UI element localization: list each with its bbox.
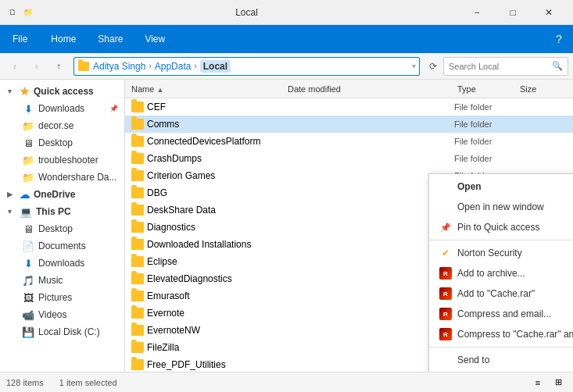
table-row[interactable]: ConnectedDevicesPlatformFile folder bbox=[125, 133, 573, 150]
grid-view-button[interactable]: ⊞ bbox=[550, 376, 567, 390]
pin-icon: 📌 bbox=[109, 105, 118, 112]
sidebar-item-label: Local Disk (C:) bbox=[38, 326, 100, 337]
file-name: CEF bbox=[147, 102, 288, 112]
table-row[interactable]: CEFFile folder bbox=[125, 98, 573, 116]
ctx-send-to[interactable]: Send to › bbox=[429, 350, 573, 370]
sidebar-item-videos[interactable]: 📹 Videos bbox=[0, 306, 124, 323]
sidebar-onedrive[interactable]: ▶ ☁ OneDrive bbox=[0, 186, 124, 203]
sidebar-item-desktop2[interactable]: 🖥 Desktop bbox=[0, 220, 124, 237]
ctx-separator2 bbox=[429, 347, 573, 347]
ribbon-view-tab[interactable]: View bbox=[134, 25, 176, 53]
folder-icon bbox=[131, 341, 144, 354]
col-type-header[interactable]: Type bbox=[457, 84, 520, 94]
ctx-add-archive-icon: R bbox=[439, 266, 453, 280]
col-size-header[interactable]: Size bbox=[520, 84, 567, 94]
ctx-add-cache[interactable]: R Add to "Cache.rar" bbox=[429, 283, 573, 304]
this-pc-expand-icon: ▾ bbox=[3, 205, 16, 218]
title-bar-controls: − □ ✕ bbox=[459, 0, 567, 25]
folder-icon bbox=[131, 238, 144, 251]
sidebar-item-troubleshooter[interactable]: 📁 troubleshooter bbox=[0, 151, 124, 169]
file-name: Emurasoft bbox=[147, 290, 288, 301]
forward-button[interactable]: › bbox=[27, 56, 47, 77]
sidebar-item-downloads2[interactable]: ⬇ Downloads bbox=[0, 255, 124, 272]
decor-icon: 📁 bbox=[22, 119, 34, 132]
crumb-local[interactable]: Local bbox=[200, 60, 231, 73]
folder-icon bbox=[131, 118, 144, 130]
col-name-header[interactable]: Name ▲ bbox=[131, 84, 288, 94]
ctx-open[interactable]: Open bbox=[429, 176, 573, 197]
file-name: Diagnostics bbox=[147, 222, 288, 233]
file-type: File folder bbox=[454, 119, 517, 129]
sidebar-item-pictures[interactable]: 🖼 Pictures bbox=[0, 289, 124, 306]
list-view-button[interactable]: ≡ bbox=[529, 376, 546, 390]
crumb-aditya[interactable]: Aditya Singh bbox=[93, 61, 145, 72]
search-box[interactable]: 🔍 bbox=[443, 57, 568, 76]
status-bar: 128 items 1 item selected ≡ ⊞ bbox=[0, 372, 573, 392]
quick-access-expand-icon: ▾ bbox=[3, 85, 16, 98]
desktop1-icon: 🖥 bbox=[22, 137, 34, 149]
title-bar: 🗋 📁 Local − □ ✕ bbox=[0, 0, 573, 25]
search-icon: 🔍 bbox=[552, 61, 563, 71]
col-date-header[interactable]: Date modified bbox=[288, 84, 457, 94]
back-button[interactable]: ‹ bbox=[5, 56, 25, 77]
star-icon: ★ bbox=[20, 85, 30, 98]
search-input[interactable] bbox=[449, 62, 549, 71]
ctx-pin-quick[interactable]: 📌 Pin to Quick access bbox=[429, 217, 573, 237]
ctx-compress-email-icon: R bbox=[439, 307, 453, 321]
sidebar-item-downloads1[interactable]: ⬇ Downloads 📌 bbox=[0, 100, 124, 117]
file-name: ElevatedDiagnostics bbox=[147, 273, 288, 284]
sidebar-item-local-disk[interactable]: 💾 Local Disk (C:) bbox=[0, 323, 124, 340]
ribbon-home-tab[interactable]: Home bbox=[40, 25, 87, 53]
sidebar-item-label: Desktop bbox=[38, 223, 73, 234]
ctx-add-archive[interactable]: R Add to archive... bbox=[429, 263, 573, 283]
ctx-open-new-window[interactable]: Open in new window bbox=[429, 197, 573, 217]
table-row[interactable]: CrashDumpsFile folder bbox=[125, 150, 573, 167]
folder-icon bbox=[131, 152, 144, 165]
address-bar[interactable]: Aditya Singh › AppData › Local ▾ bbox=[73, 57, 420, 76]
sidebar-item-music[interactable]: 🎵 Music bbox=[0, 272, 124, 289]
main-area: ▾ ★ Quick access ⬇ Downloads 📌 📁 decor.s… bbox=[0, 80, 573, 372]
sidebar-quick-access[interactable]: ▾ ★ Quick access bbox=[0, 83, 124, 100]
breadcrumb: Aditya Singh › AppData › Local bbox=[93, 60, 231, 73]
sidebar-item-wondershare[interactable]: 📁 Wondershare Da... bbox=[0, 169, 124, 186]
folder-icon bbox=[131, 255, 144, 268]
toolbar: ‹ › ↑ Aditya Singh › AppData › Local ▾ ⟳… bbox=[0, 53, 573, 80]
folder-icon bbox=[131, 307, 144, 319]
crumb-appdata[interactable]: AppData bbox=[155, 61, 192, 72]
ribbon: File Home Share View ? bbox=[0, 25, 573, 53]
sidebar-this-pc[interactable]: ▾ 💻 This PC bbox=[0, 203, 124, 220]
ctx-compress-cache-email[interactable]: R Compress to "Cache.rar" and email bbox=[429, 324, 573, 344]
ctx-norton[interactable]: ✔ Norton Security › bbox=[429, 243, 573, 263]
file-name: Downloaded Installations bbox=[147, 239, 288, 250]
sidebar-item-desktop1[interactable]: 🖥 Desktop bbox=[0, 134, 124, 151]
sidebar-item-label: Documents bbox=[38, 241, 86, 251]
ribbon-help-button[interactable]: ? bbox=[545, 25, 573, 53]
up-button[interactable]: ↑ bbox=[48, 56, 69, 77]
file-name: CrashDumps bbox=[147, 153, 288, 164]
refresh-button[interactable]: ⟳ bbox=[424, 58, 442, 75]
sidebar-item-decor[interactable]: 📁 decor.se bbox=[0, 117, 124, 134]
ctx-open-icon bbox=[439, 180, 453, 194]
title-bar-title: Local bbox=[39, 7, 454, 18]
status-items: 128 items bbox=[6, 378, 44, 387]
status-view-controls: ≡ ⊞ bbox=[529, 376, 567, 390]
sidebar-item-documents[interactable]: 📄 Documents bbox=[0, 237, 124, 255]
table-row[interactable]: CommsFile folder bbox=[125, 116, 573, 133]
ribbon-share-tab[interactable]: Share bbox=[87, 25, 134, 53]
sidebar-item-label: Wondershare Da... bbox=[38, 172, 117, 183]
music-icon: 🎵 bbox=[22, 274, 34, 287]
file-name: DBG bbox=[147, 187, 288, 198]
file-name: Criterion Games bbox=[147, 170, 288, 181]
ctx-send-to-icon bbox=[439, 353, 453, 367]
local-disk-icon: 💾 bbox=[22, 326, 34, 338]
folder-icon bbox=[131, 169, 144, 182]
sidebar-item-label: decor.se bbox=[38, 120, 73, 131]
dropdown-icon[interactable]: ▾ bbox=[412, 62, 416, 70]
sidebar-item-label: Downloads bbox=[38, 258, 84, 269]
maximize-button[interactable]: □ bbox=[495, 0, 531, 25]
ctx-separator1 bbox=[429, 240, 573, 241]
ctx-compress-email[interactable]: R Compress and email... bbox=[429, 304, 573, 324]
ribbon-file-button[interactable]: File bbox=[0, 25, 40, 53]
close-button[interactable]: ✕ bbox=[531, 0, 567, 25]
minimize-button[interactable]: − bbox=[459, 0, 495, 25]
